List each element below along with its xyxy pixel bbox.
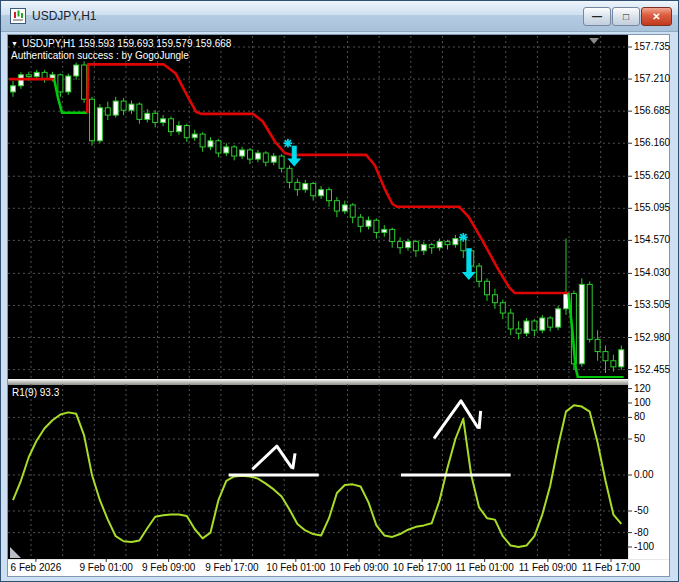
- price-label: 154.570: [634, 234, 670, 245]
- time-label: 9 Feb 17:00: [205, 562, 258, 573]
- symbol-ohlc-label: USDJPY,H1 159.593 159.693 159.579 159.66…: [22, 38, 231, 49]
- price-axis[interactable]: 157.735157.210156.685156.160155.620155.0…: [628, 35, 669, 559]
- indicator-pane[interactable]: [8, 385, 627, 559]
- price-label: 155.095: [634, 202, 670, 213]
- auth-status-label: Authentication success : by GogoJungle: [11, 50, 189, 61]
- time-label: 10 Feb 01:00: [266, 562, 325, 573]
- close-button[interactable]: ✕: [641, 7, 672, 26]
- price-label: 156.685: [634, 105, 670, 116]
- chart-window: USDJPY,H1 — □ ✕ 157.735157.210156.685156…: [0, 0, 679, 582]
- time-label: 11 Feb 09:00: [519, 562, 577, 573]
- time-label: 9 Feb 01:00: [80, 562, 133, 573]
- minimize-button[interactable]: —: [583, 7, 611, 26]
- osc-label: -50: [634, 505, 648, 516]
- price-label: 152.980: [634, 332, 670, 343]
- main-chart-pane[interactable]: [8, 35, 627, 379]
- price-label: 153.505: [634, 299, 670, 310]
- chart-icon: [10, 8, 26, 24]
- price-label: 154.030: [634, 267, 670, 278]
- time-label: 10 Feb 17:00: [393, 562, 452, 573]
- time-label: 10 Feb 09:00: [330, 562, 389, 573]
- time-label: 9 Feb 09:00: [142, 562, 195, 573]
- chart-client-area: 157.735157.210156.685156.160155.620155.0…: [7, 34, 670, 577]
- osc-label: 120: [634, 383, 651, 394]
- symbol-ohlc-line: ▼ USDJPY,H1 159.593 159.693 159.579 159.…: [11, 38, 231, 49]
- osc-label: 100: [634, 397, 651, 408]
- price-label: 155.620: [634, 170, 670, 181]
- maximize-icon: □: [623, 11, 629, 22]
- osc-label: 80: [634, 411, 645, 422]
- osc-label: -80: [634, 527, 648, 538]
- close-icon: ✕: [652, 11, 660, 22]
- indicator-value-line: R1(9) 93.3: [12, 387, 59, 398]
- time-label: 6 Feb 2026: [11, 562, 62, 573]
- title-bar[interactable]: USDJPY,H1 — □ ✕: [1, 1, 678, 32]
- minimize-icon: —: [592, 11, 602, 22]
- window-title: USDJPY,H1: [32, 9, 96, 23]
- time-label: 11 Feb 01:00: [456, 562, 514, 573]
- price-label: 152.455: [634, 364, 670, 375]
- time-axis[interactable]: 6 Feb 20269 Feb 01:009 Feb 09:009 Feb 17…: [8, 559, 669, 576]
- symbol-dropdown-icon[interactable]: ▼: [11, 39, 18, 49]
- osc-label: 0.00: [634, 469, 653, 480]
- indicator-value-label: R1(9) 93.3: [12, 387, 59, 398]
- auth-status-line: Authentication success : by GogoJungle: [11, 50, 189, 61]
- time-label: 11 Feb 17:00: [582, 562, 640, 573]
- price-label: 157.735: [634, 41, 670, 52]
- osc-label: -100: [634, 541, 654, 552]
- osc-label: 50: [634, 433, 645, 444]
- price-label: 157.210: [634, 73, 670, 84]
- price-label: 156.160: [634, 137, 670, 148]
- maximize-button[interactable]: □: [612, 7, 640, 26]
